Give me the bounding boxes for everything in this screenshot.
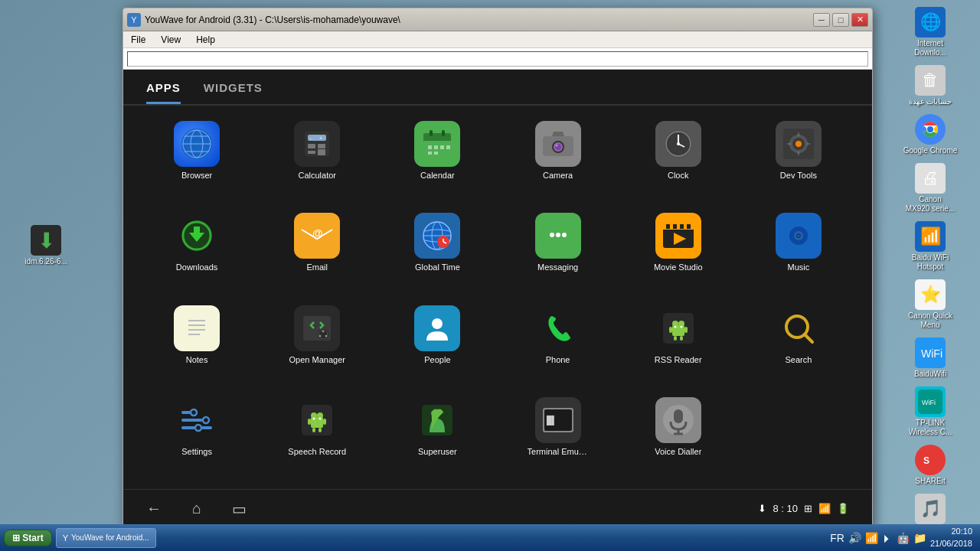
desktop-icon-3[interactable]: 🖨 CanonMX920 serie...: [888, 160, 972, 217]
svg-point-64: [550, 233, 554, 237]
menu-file[interactable]: File: [127, 33, 149, 47]
app-camera[interactable]: Camera: [500, 117, 616, 201]
app-settings[interactable]: Settings: [139, 393, 255, 478]
svg-rect-118: [318, 428, 322, 432]
tabs-area: APPS WIDGETS: [123, 70, 872, 106]
baidu-icon: WiFi: [915, 337, 946, 368]
desktop-icon-0[interactable]: 🌐 InternetDownlo...: [888, 4, 972, 60]
status-battery: 🔋: [837, 503, 849, 514]
people-icon: [414, 305, 460, 351]
start-button[interactable]: ⊞ Start: [4, 530, 52, 546]
maximize-button[interactable]: □: [832, 13, 849, 27]
nav-home[interactable]: ⌂: [192, 500, 201, 518]
taskbar-youwave[interactable]: Y YouWave for Android...: [56, 528, 156, 548]
svg-point-48: [795, 141, 802, 147]
desktop-icon-1[interactable]: 🗑 حسابات عهدة: [888, 62, 972, 109]
desktop-icon-8[interactable]: S SHAREit: [888, 442, 972, 489]
voicedialler-icon: [655, 397, 701, 443]
superuser-icon: [414, 397, 460, 443]
taskbar-time: 20:10: [930, 526, 972, 537]
folder-tray-icon: 📁: [913, 532, 926, 544]
app-speechrecord[interactable]: Speech Record: [259, 393, 375, 478]
rssreader-label: RSS Reader: [655, 355, 702, 364]
app-globaltime[interactable]: Global Time: [379, 209, 495, 293]
app-devtools[interactable]: Dev Tools: [740, 117, 857, 201]
search-icon: [776, 305, 822, 351]
voicedialler-label: Voice Dialler: [655, 447, 701, 456]
svg-rect-126: [674, 409, 683, 423]
idm-icon: ⬇: [31, 225, 61, 256]
music-icon: [776, 213, 822, 259]
app-browser[interactable]: Browser: [139, 117, 255, 201]
app-calculator[interactable]: − + Calculator: [259, 117, 375, 201]
shareit-icon: S: [915, 445, 946, 475]
status-signal: 📶: [818, 503, 831, 514]
browser-label: Browser: [181, 171, 212, 180]
app-people[interactable]: People: [379, 302, 495, 386]
svg-rect-106: [181, 419, 203, 422]
desktop-icon-2[interactable]: Google Chrome: [888, 111, 972, 158]
desktop-icon-5[interactable]: ⭐ Canon QuickMenu: [888, 276, 972, 333]
youwave-taskbar-icon: Y: [63, 533, 68, 543]
ie-icon: 🌐: [915, 7, 946, 37]
svg-rect-33: [434, 152, 438, 155]
app-downloads[interactable]: Downloads: [139, 209, 255, 293]
desktop: ⬇ idm.6.26-6... 🌐 InternetDownlo... 🗑 حس…: [0, 0, 980, 551]
shareit-label: SHAREit: [915, 477, 945, 486]
terminal-icon: █▌: [535, 397, 581, 443]
svg-rect-99: [680, 336, 683, 341]
svg-rect-108: [181, 426, 195, 429]
desktop-icon-idm[interactable]: ⬇ idm.6.26-6...: [4, 222, 88, 269]
app-clock[interactable]: Clock: [620, 117, 737, 201]
speaker-tray-icon[interactable]: 🔊: [848, 532, 861, 544]
app-superuser[interactable]: Superuser: [379, 393, 495, 478]
menu-view[interactable]: View: [157, 33, 185, 47]
close-button[interactable]: ✕: [851, 13, 868, 27]
app-openmanager[interactable]: Open Manager: [259, 302, 375, 386]
app-music[interactable]: Music: [740, 209, 857, 293]
svg-rect-97: [684, 327, 688, 333]
messaging-icon: [535, 213, 581, 259]
app-calendar[interactable]: Calendar: [379, 117, 495, 201]
openmanager-icon: [294, 305, 340, 351]
app-email[interactable]: @ Email: [259, 209, 375, 293]
title-bar-buttons: ─ □ ✕: [813, 13, 868, 27]
app-moviestyle[interactable]: Movie Studio: [620, 209, 737, 293]
svg-rect-70: [673, 224, 677, 229]
svg-point-65: [556, 233, 560, 237]
app-rssreader[interactable]: RSS Reader: [620, 302, 737, 386]
canon-quick-icon: ⭐: [915, 279, 946, 310]
tab-apps[interactable]: APPS: [146, 81, 181, 104]
camera-label: Camera: [543, 171, 573, 180]
taskbar-tray: FR 🔊 📶 ⏵ 🤖 📁 20:10 21/06/2018: [826, 526, 976, 549]
terminal-label: Terminal Emula...: [528, 447, 589, 456]
desktop-icon-6[interactable]: WiFi BaiduWifi: [888, 334, 972, 382]
app-phone[interactable]: Phone: [500, 302, 616, 386]
android-emulator: APPS WIDGETS: [123, 70, 872, 527]
globaltime-icon: [414, 213, 460, 259]
clock-icon: [655, 121, 701, 167]
svg-rect-27: [442, 130, 445, 136]
app-terminal[interactable]: █▌ Terminal Emula...: [500, 393, 616, 478]
app-voicedialler[interactable]: Voice Dialler: [620, 393, 737, 478]
svg-text:WiFi: WiFi: [922, 399, 936, 406]
menu-help[interactable]: Help: [192, 33, 219, 47]
app-messaging[interactable]: Messaging: [500, 209, 616, 293]
superuser-label: Superuser: [418, 447, 457, 456]
app-search[interactable]: Search: [740, 302, 857, 386]
address-input[interactable]: [127, 51, 868, 67]
email-icon: @: [294, 213, 340, 259]
nav-back[interactable]: ←: [146, 500, 162, 518]
app-notes[interactable]: Notes: [139, 302, 255, 386]
desktop-icon-4[interactable]: 📶 Baidu WiFiHotspot: [888, 218, 972, 275]
svg-text:█▌: █▌: [546, 415, 557, 425]
desktop-icon-7[interactable]: WiFi TP-LINKWireless C...: [888, 383, 972, 440]
messaging-label: Messaging: [537, 262, 578, 272]
tab-widgets[interactable]: WIDGETS: [204, 81, 263, 104]
settings-label: Settings: [181, 447, 212, 456]
nav-recent[interactable]: ▭: [232, 500, 247, 518]
minimize-button[interactable]: ─: [813, 13, 830, 27]
settings-icon: [174, 397, 220, 443]
notes-label: Notes: [186, 355, 208, 364]
browser-icon: [174, 121, 220, 167]
